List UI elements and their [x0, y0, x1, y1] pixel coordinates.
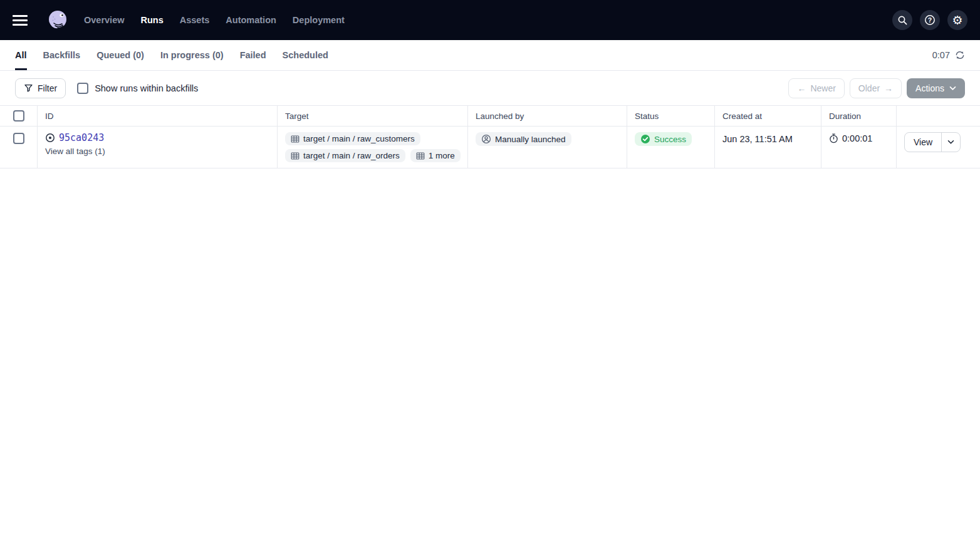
row-checkbox[interactable]: [13, 133, 24, 144]
gear-icon[interactable]: ⚙: [947, 10, 967, 30]
target-cell: target / main / raw_customers: [278, 127, 468, 168]
col-header-status: Status: [627, 106, 715, 126]
search-icon[interactable]: [892, 10, 912, 30]
show-backfills-label: Show runs within backfills: [95, 83, 198, 93]
filter-funnel-icon: [24, 83, 33, 93]
table-row: 95ca0243 View all tags (1): [0, 127, 980, 168]
created-at-cell: Jun 23, 11:51 AM: [715, 127, 821, 168]
arrow-left-icon: ←: [797, 83, 806, 93]
table-grid-icon: [291, 152, 300, 160]
row-actions-cell: View: [897, 127, 980, 168]
tab-backfills[interactable]: Backfills: [43, 40, 81, 70]
dagster-octopus-icon: [45, 8, 70, 33]
view-all-tags-link[interactable]: View all tags (1): [45, 147, 269, 156]
status-label: Success: [654, 135, 686, 144]
tab-all[interactable]: All: [15, 40, 27, 70]
chevron-down-icon: [947, 140, 954, 145]
show-backfills-checkbox[interactable]: [77, 83, 88, 94]
duration-value: 0:00:01: [842, 133, 872, 143]
tab-in-progress[interactable]: In progress (0): [160, 40, 224, 70]
timer-icon: [829, 133, 838, 143]
target-chip[interactable]: target / main / raw_orders: [285, 149, 405, 162]
table-body: 95ca0243 View all tags (1): [0, 127, 980, 168]
tab-failed[interactable]: Failed: [240, 40, 266, 70]
help-icon[interactable]: ?: [920, 10, 940, 30]
nav-overview[interactable]: Overview: [84, 15, 125, 25]
tab-scheduled[interactable]: Scheduled: [283, 40, 328, 70]
more-targets-label: 1 more: [429, 151, 455, 160]
table-grid-icon: [416, 152, 425, 160]
view-button[interactable]: View: [905, 133, 941, 152]
target-chip-label: target / main / raw_orders: [303, 151, 400, 160]
tab-queued[interactable]: Queued (0): [96, 40, 144, 70]
runs-table: ID Target Launched by Status Created at …: [0, 105, 980, 168]
actions-label: Actions: [915, 83, 944, 93]
filter-button[interactable]: Filter: [15, 78, 66, 98]
chevron-down-icon: [949, 86, 956, 91]
more-targets-chip[interactable]: 1 more: [410, 149, 461, 162]
launched-by-cell: Manually launched: [468, 127, 627, 168]
newer-button[interactable]: ← Newer: [788, 78, 844, 98]
target-chip-label: target / main / raw_customers: [303, 134, 415, 143]
col-header-duration: Duration: [821, 106, 897, 126]
check-circle-icon: [640, 134, 650, 144]
table-header: ID Target Launched by Status Created at …: [0, 106, 980, 127]
filter-label: Filter: [38, 83, 57, 93]
hamburger-menu-icon[interactable]: [13, 13, 30, 28]
select-all-checkbox[interactable]: [13, 110, 24, 122]
created-at-value: Jun 23, 11:51 AM: [722, 132, 813, 144]
nav-runs[interactable]: Runs: [141, 15, 164, 25]
older-label: Older: [858, 83, 880, 93]
view-dropdown-button[interactable]: [941, 133, 960, 152]
svg-text:?: ?: [928, 16, 932, 24]
runs-tab-bar: All Backfills Queued (0) In progress (0)…: [0, 40, 980, 71]
header-icons: ? ⚙: [892, 10, 967, 30]
col-header-id: ID: [38, 106, 278, 126]
newer-label: Newer: [810, 83, 835, 93]
older-button[interactable]: Older →: [850, 78, 902, 98]
view-split-button: View: [904, 132, 961, 152]
nav-automation[interactable]: Automation: [226, 15, 276, 25]
dagster-logo[interactable]: [45, 8, 70, 33]
duration-cell: 0:00:01: [821, 127, 897, 168]
status-badge[interactable]: Success: [635, 132, 692, 146]
nav-deployment[interactable]: Deployment: [293, 15, 345, 25]
refresh-countdown: 0:07: [932, 50, 950, 60]
nav-assets[interactable]: Assets: [180, 15, 210, 25]
col-header-created-at: Created at: [715, 106, 821, 126]
app-header: Overview Runs Assets Automation Deployme…: [0, 0, 980, 40]
show-backfills-toggle[interactable]: Show runs within backfills: [77, 83, 198, 94]
arrow-right-icon: →: [884, 83, 893, 93]
refresh-icon[interactable]: [955, 50, 965, 60]
status-cell: Success: [627, 127, 715, 168]
run-id-cell: 95ca0243 View all tags (1): [38, 127, 278, 168]
runs-toolbar: Filter Show runs within backfills ← Newe…: [0, 71, 980, 105]
col-header-launched-by: Launched by: [468, 106, 627, 126]
run-id-link[interactable]: 95ca0243: [59, 132, 104, 143]
col-header-target: Target: [278, 106, 468, 126]
target-chip[interactable]: target / main / raw_customers: [285, 132, 420, 145]
launched-by-label: Manually launched: [495, 135, 566, 144]
run-status-dot-icon: [45, 133, 55, 143]
col-header-actions: [897, 106, 980, 126]
launched-by-chip[interactable]: Manually launched: [476, 132, 571, 146]
main-nav: Overview Runs Assets Automation Deployme…: [84, 15, 345, 25]
actions-button[interactable]: Actions: [907, 78, 965, 98]
table-grid-icon: [291, 135, 300, 143]
user-icon: [481, 134, 491, 144]
